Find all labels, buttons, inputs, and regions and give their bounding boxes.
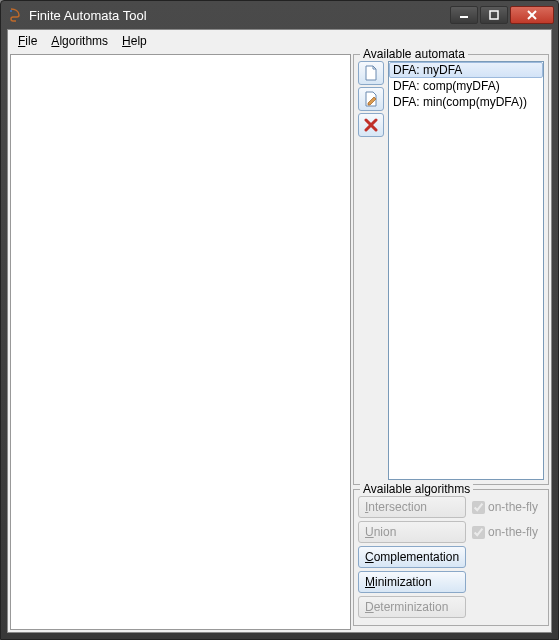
window-title: Finite Automata Tool [29,8,147,23]
edit-icon [364,91,378,107]
available-algorithms-group: Available algorithms Intersection on-the… [353,489,549,626]
automata-toolbar [358,61,386,480]
union-onthefly-checkbox[interactable]: on-the-fly [472,525,538,539]
maximize-button[interactable] [480,6,508,24]
available-automata-group: Available automata [353,54,549,485]
menubar: File Algorithms Help [8,30,551,52]
close-button[interactable] [510,6,554,24]
document-icon [364,65,378,81]
menu-algorithms[interactable]: Algorithms [45,32,114,50]
algorithms-group-title: Available algorithms [360,482,473,496]
app-icon [7,7,23,23]
automata-list[interactable]: DFA: myDFA DFA: comp(myDFA) DFA: min(com… [388,61,544,480]
list-item-label: DFA: min(comp(myDFA)) [393,95,527,109]
delete-icon [364,118,378,132]
automata-group-title: Available automata [360,47,468,61]
union-button[interactable]: Union [358,521,466,543]
content-area: Available automata [8,52,551,632]
list-item[interactable]: DFA: comp(myDFA) [389,78,543,94]
menu-file[interactable]: File [12,32,43,50]
svg-rect-0 [10,10,12,12]
list-item[interactable]: DFA: min(comp(myDFA)) [389,94,543,110]
titlebar[interactable]: Finite Automata Tool [1,1,558,29]
checkbox-label: on-the-fly [488,525,538,539]
main-canvas[interactable] [10,54,351,630]
list-item[interactable]: DFA: myDFA [389,62,543,78]
svg-rect-2 [490,11,498,19]
complementation-button[interactable]: Complementation [358,546,466,568]
new-automaton-button[interactable] [358,61,384,85]
list-item-label: DFA: comp(myDFA) [393,79,500,93]
checkbox-label: on-the-fly [488,500,538,514]
side-panel: Available automata [353,54,549,630]
window-controls [450,6,554,24]
minimization-button[interactable]: Minimization [358,571,466,593]
application-window: Finite Automata Tool File Algorithms Hel… [0,0,559,640]
client-area: File Algorithms Help Available automata [7,29,552,633]
intersection-button[interactable]: Intersection [358,496,466,518]
delete-automaton-button[interactable] [358,113,384,137]
menu-help[interactable]: Help [116,32,153,50]
intersection-onthefly-checkbox[interactable]: on-the-fly [472,500,538,514]
minimize-button[interactable] [450,6,478,24]
edit-automaton-button[interactable] [358,87,384,111]
determinization-button[interactable]: Determinization [358,596,466,618]
list-item-label: DFA: myDFA [393,63,462,77]
